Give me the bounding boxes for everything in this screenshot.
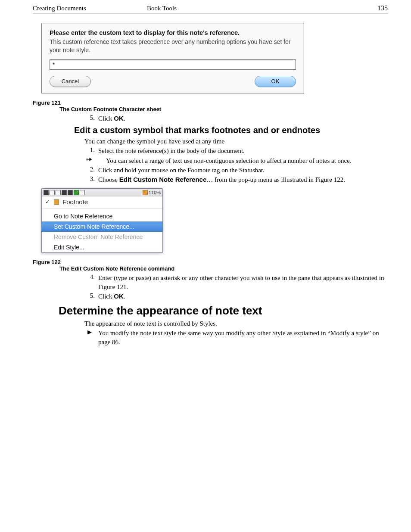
footnote-tag-icon — [54, 199, 59, 205]
custom-reference-dialog: Please enter the custom text to display … — [41, 23, 304, 93]
header-center: Book Tools — [147, 5, 177, 12]
menu-item-goto[interactable]: Go to Note Reference — [42, 211, 162, 221]
section-determine-appearance: Determine the appearance of note text — [59, 304, 388, 317]
step-number: 5. — [84, 114, 95, 123]
zoom-indicator: 110% — [143, 190, 161, 195]
figure-121-label: Figure 121 — [33, 100, 388, 106]
check-icon: ✓ — [45, 199, 50, 205]
statusbar-icon — [74, 190, 79, 195]
menu-heading-footnote[interactable]: ✓ Footnote — [42, 196, 162, 208]
dialog-body: This custom reference text takes precede… — [50, 38, 296, 54]
section-edit-custom-symbol: Edit a custom symbol that marks footnote… — [74, 125, 388, 135]
pointing-hand-icon — [84, 156, 95, 165]
custom-text-input[interactable] — [50, 59, 296, 70]
footnote-popup-menu: 110% ✓ Footnote Go to Note Reference Set… — [41, 188, 163, 253]
triangle-bullet-icon: ▶ — [84, 329, 95, 346]
statusbar-icon — [80, 190, 85, 195]
zoom-icon — [143, 190, 148, 195]
edit-step-1: 1. Select the note reference(s) in the b… — [84, 146, 388, 155]
page-header: Creating Documents Book Tools 135 — [33, 4, 388, 13]
dialog-figure: Please enter the custom text to display … — [41, 23, 388, 93]
edit-step-3: 3. Choose Edit Custom Note Reference… fr… — [84, 175, 388, 184]
menu-item-set-custom[interactable]: Set Custom Note Reference... — [42, 221, 162, 232]
statusbar-icon — [68, 190, 73, 195]
statusbar-icon — [56, 190, 61, 195]
cancel-button[interactable]: Cancel — [50, 76, 91, 87]
statusbar-icon — [62, 190, 67, 195]
statusbar-icon — [50, 190, 55, 195]
figure-122-caption: The Edit Custom Note Reference command — [59, 265, 388, 272]
determine-intro: The appearance of note text is controlle… — [84, 319, 388, 328]
header-left: Creating Documents — [33, 5, 147, 12]
statusbar-icon — [44, 190, 49, 195]
menu-item-remove-custom: Remove Custom Note Reference — [42, 232, 162, 242]
edit-tip: You can select a range of text use non-c… — [84, 156, 388, 165]
menu-figure: 110% ✓ Footnote Go to Note Reference Set… — [41, 188, 388, 253]
figure-122-label: Figure 122 — [33, 259, 388, 265]
ok-button[interactable]: OK — [255, 76, 296, 87]
page-number: 135 — [377, 4, 388, 12]
step-5a: 5. Click OK. — [84, 114, 388, 123]
menu-item-edit-style[interactable]: Edit Style... — [42, 242, 162, 252]
determine-bullet: ▶ You modify the note text style the sam… — [84, 329, 388, 346]
figure-121-caption: The Custom Footnote Character sheet — [59, 106, 388, 112]
statusbar-strip: 110% — [42, 189, 162, 196]
post-step-5: 5. Click OK. — [84, 292, 388, 301]
step-text: Click OK. — [98, 114, 388, 123]
post-step-4: 4. Enter (type or paste) an asterisk or … — [84, 274, 388, 291]
dialog-title: Please enter the custom text to display … — [50, 29, 296, 36]
edit-step-2: 2. Click and hold your mouse on the Foot… — [84, 166, 388, 174]
edit-intro: You can change the symbol you have used … — [84, 137, 388, 146]
